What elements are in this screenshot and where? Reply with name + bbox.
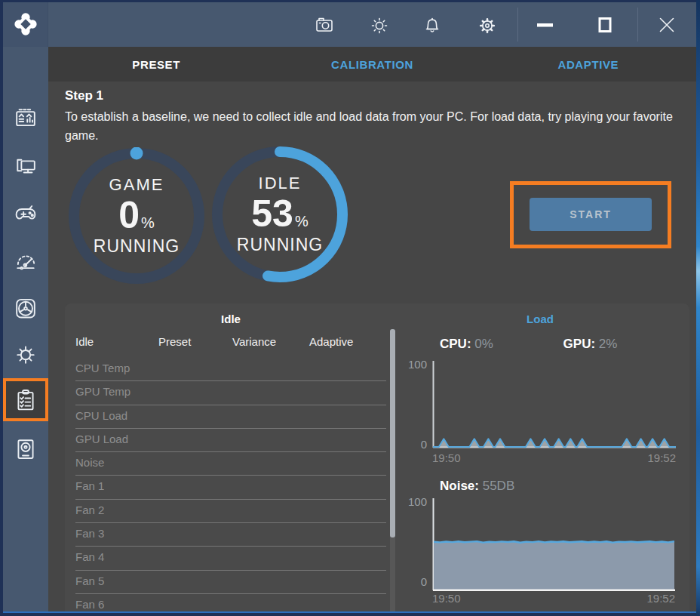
- start-button[interactable]: START: [530, 198, 652, 231]
- gauge-game-value: 0: [118, 196, 140, 234]
- tab-preset[interactable]: PRESET: [48, 47, 264, 82]
- highlight-box-start: START: [510, 181, 671, 248]
- table-row-label: Fan 5: [75, 571, 104, 587]
- noise-legend-value: 55DB: [483, 479, 515, 493]
- table-row: Fan 6: [75, 594, 386, 613]
- table-row: Fan 2: [75, 500, 386, 523]
- table-row-label: Fan 6: [75, 594, 104, 611]
- calibration-panel: Idle Load Idle Preset Variance Adaptive …: [65, 303, 689, 613]
- load-section-title: Load: [401, 313, 680, 325]
- sidebar-item-drive[interactable]: [12, 435, 39, 462]
- table-row: GPU Temp: [75, 381, 386, 405]
- step-description: To establish a baseline, we need to coll…: [65, 107, 682, 145]
- load-chart-legend: CPU: 0% GPU: 2%: [440, 337, 617, 352]
- noise-xtick-end: 19:52: [631, 592, 675, 605]
- noise-xtick-start: 19:50: [432, 592, 461, 605]
- sidebar-item-calibration[interactable]: [3, 378, 48, 421]
- gauge-game-sublabel: RUNNING: [94, 236, 180, 257]
- close-button[interactable]: [653, 11, 680, 38]
- load-chart: [432, 361, 676, 449]
- sidebar-item-pc-specs[interactable]: [12, 152, 39, 179]
- table-row-label: Fan 4: [75, 547, 104, 563]
- column-preset: Preset: [158, 335, 232, 348]
- noise-chart-legend: Noise: 55DB: [440, 479, 514, 494]
- table-row: Fan 1: [75, 476, 386, 499]
- sidebar-item-performance[interactable]: [12, 247, 39, 274]
- app-window: PRESET CALIBRATION ADAPTIVE Step 1 To es…: [0, 0, 700, 616]
- table-row-label: Fan 1: [75, 476, 104, 492]
- table-row: Fan 5: [75, 571, 386, 594]
- tab-bar: PRESET CALIBRATION ADAPTIVE: [48, 47, 696, 82]
- sidebar: [3, 47, 48, 613]
- table-row-label: CPU Temp: [75, 358, 130, 374]
- titlebar-separator: [637, 8, 638, 42]
- table-row-label: CPU Load: [75, 405, 127, 422]
- gauge-idle-value: 53: [251, 195, 293, 233]
- table-row-label: Fan 3: [75, 523, 104, 540]
- cam-logo-icon: [13, 11, 38, 37]
- idle-table-header: Idle Preset Variance Adaptive: [75, 335, 386, 348]
- column-idle: Idle: [75, 335, 158, 348]
- noise-chart: [432, 498, 675, 591]
- gpu-legend-label: GPU:: [563, 337, 596, 351]
- table-row: CPU Load: [75, 405, 386, 429]
- notifications-bell-icon[interactable]: [419, 11, 446, 38]
- table-row-label: Noise: [75, 452, 104, 469]
- column-adaptive: Adaptive: [309, 335, 382, 348]
- column-variance: Variance: [232, 335, 309, 348]
- noise-ytick-0: 0: [397, 575, 427, 588]
- title-bar: [3, 2, 696, 47]
- window-right-edge: [696, 0, 700, 616]
- sidebar-item-games[interactable]: [12, 199, 39, 226]
- gauge-idle-label: IDLE: [259, 174, 302, 193]
- app-logo[interactable]: [3, 2, 48, 47]
- table-scrollbar-thumb[interactable]: [390, 329, 395, 537]
- sidebar-item-cooling-fan[interactable]: [12, 294, 39, 321]
- load-ytick-0: 0: [397, 438, 427, 451]
- table-row: GPU Load: [75, 429, 386, 452]
- table-scrollbar: [390, 329, 395, 613]
- clipboard-checklist-icon: [12, 387, 39, 414]
- idle-table-rows: CPU TempGPU TempCPU LoadGPU LoadNoiseFan…: [75, 358, 386, 613]
- sidebar-item-dashboard[interactable]: [12, 104, 39, 131]
- window-bottom-edge: [3, 611, 696, 613]
- gpu-legend-value: 2%: [599, 337, 618, 351]
- gauge-game: GAME 0% RUNNING: [68, 147, 205, 285]
- maximize-button[interactable]: [591, 11, 619, 38]
- main-content: Step 1 To establish a baseline, we need …: [48, 82, 696, 613]
- settings-gear-icon[interactable]: [474, 11, 501, 38]
- titlebar-separator: [517, 8, 518, 42]
- gauge-game-label: GAME: [109, 175, 164, 195]
- table-row-label: Fan 2: [75, 500, 104, 516]
- table-row: Noise: [75, 452, 386, 476]
- sidebar-item-lighting[interactable]: [12, 340, 39, 368]
- gauge-game-unit: %: [141, 215, 155, 230]
- gauge-idle-sublabel: RUNNING: [237, 235, 323, 255]
- table-row: Fan 4: [75, 547, 386, 570]
- cpu-legend-label: CPU:: [440, 337, 471, 351]
- load-xtick-start: 19:50: [432, 451, 461, 464]
- tab-adaptive[interactable]: ADAPTIVE: [480, 47, 696, 82]
- tab-calibration[interactable]: CALIBRATION: [264, 47, 480, 82]
- load-ytick-100: 100: [397, 358, 427, 371]
- minimize-button[interactable]: [531, 11, 558, 38]
- noise-legend-label: Noise:: [440, 479, 479, 493]
- load-xtick-end: 19:52: [631, 451, 676, 464]
- brightness-icon[interactable]: [366, 11, 393, 38]
- table-row-label: GPU Temp: [75, 381, 130, 398]
- gauge-idle-unit: %: [295, 214, 309, 229]
- gauge-idle: IDLE 53% RUNNING: [211, 146, 348, 283]
- cpu-legend-value: 0%: [474, 337, 493, 351]
- noise-ytick-100: 100: [397, 495, 427, 508]
- table-row: Fan 3: [75, 523, 386, 547]
- camera-icon[interactable]: [311, 11, 338, 38]
- step-title: Step 1: [65, 88, 103, 103]
- table-row-label: GPU Load: [75, 429, 128, 445]
- table-row: CPU Temp: [75, 358, 386, 381]
- idle-section-title: Idle: [65, 313, 397, 325]
